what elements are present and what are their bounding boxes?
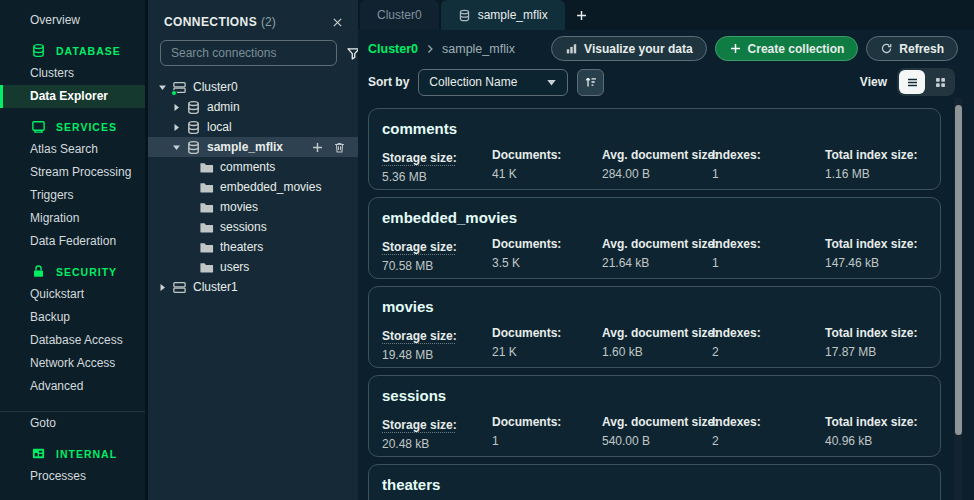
- sidebar-item-atlas-search[interactable]: Atlas Search: [0, 138, 145, 161]
- sidebar-item-triggers[interactable]: Triggers: [0, 184, 145, 207]
- refresh-icon: [880, 42, 893, 55]
- collection-name: comments: [382, 120, 927, 137]
- caret-down-icon[interactable]: [158, 83, 167, 92]
- stat-label: Avg. document size:: [602, 415, 712, 429]
- folder-icon: [199, 220, 214, 235]
- tree-item-cluster0[interactable]: Cluster0: [148, 77, 358, 97]
- stat-total_index: Total index size:1.16 MB: [825, 148, 927, 184]
- sidebar-item-migration[interactable]: Migration: [0, 207, 145, 230]
- sort-select[interactable]: Collection Name: [418, 69, 568, 96]
- collections-toolbar: Sort by Collection Name View: [358, 63, 974, 99]
- tree-item-label: Cluster1: [193, 280, 238, 294]
- tree-item-theaters[interactable]: theaters: [148, 237, 358, 257]
- stat-label: Avg. document size:: [602, 148, 712, 162]
- stat-label: Avg. document size:: [602, 237, 712, 251]
- main-nav-sidebar: OverviewDATABASEClustersData ExplorerSER…: [0, 0, 145, 500]
- collection-card-sessions[interactable]: sessionsStorage size:20.48 kBDocuments:1…: [368, 375, 941, 457]
- breadcrumb-cluster-link[interactable]: Cluster0: [368, 42, 418, 56]
- close-icon[interactable]: [331, 16, 344, 29]
- plus-icon: [729, 42, 742, 55]
- stat-label: Documents:: [492, 237, 602, 251]
- create-collection-button[interactable]: Create collection: [715, 36, 859, 61]
- create-collection-icon[interactable]: [311, 141, 324, 154]
- caret-right-icon[interactable]: [172, 103, 181, 112]
- collection-card-movies[interactable]: moviesStorage size:19.48 MBDocuments:21 …: [368, 286, 941, 368]
- connected-status-dot: [171, 90, 177, 96]
- sidebar-section-security: SECURITY: [0, 260, 145, 283]
- tree-item-local[interactable]: local: [148, 117, 358, 137]
- tree-item-cluster1[interactable]: Cluster1: [148, 277, 358, 297]
- cluster-icon: [172, 280, 187, 295]
- visualize-data-button[interactable]: Visualize your data: [551, 36, 707, 61]
- stat-label: Documents:: [492, 415, 602, 429]
- sidebar-item-goto[interactable]: Goto: [0, 412, 145, 435]
- stat-value: 1.60 kB: [602, 345, 712, 359]
- stat-value: 17.87 MB: [825, 345, 927, 359]
- stat-label: Documents:: [492, 148, 602, 162]
- sidebar-item-database-access[interactable]: Database Access: [0, 329, 145, 352]
- tree-item-embedded-movies[interactable]: embedded_movies: [148, 177, 358, 197]
- tree-item-sample-mflix[interactable]: sample_mflix: [148, 137, 358, 157]
- database-icon: [186, 120, 201, 135]
- tab-cluster0[interactable]: Cluster0: [360, 0, 439, 30]
- tree-item-comments[interactable]: comments: [148, 157, 358, 177]
- tab-label: sample_mflix: [478, 8, 548, 22]
- stat-value: 1: [712, 256, 825, 270]
- sidebar-item-data-explorer[interactable]: Data Explorer: [0, 85, 145, 108]
- tab-label: Cluster0: [377, 8, 422, 22]
- connections-search-row: [160, 40, 346, 66]
- tree-item-label: embedded_movies: [220, 180, 321, 194]
- sidebar-item-clusters[interactable]: Clusters: [0, 62, 145, 85]
- caret-down-icon[interactable]: [172, 143, 181, 152]
- sidebar-item-processes[interactable]: Processes: [0, 465, 145, 488]
- sidebar-section-database: DATABASE: [0, 39, 145, 62]
- drop-database-icon[interactable]: [333, 141, 346, 154]
- stat-indexes: Indexes:1: [712, 148, 825, 184]
- collection-card-theaters[interactable]: theaters: [368, 464, 941, 500]
- sidebar-item-backup[interactable]: Backup: [0, 306, 145, 329]
- mongodb-atlas-app: OverviewDATABASEClustersData ExplorerSER…: [0, 0, 974, 500]
- collection-stats: Storage size:20.48 kBDocuments:1Avg. doc…: [382, 415, 927, 451]
- collection-name: sessions: [382, 387, 927, 404]
- search-connections-input[interactable]: [160, 40, 337, 66]
- caret-right-icon[interactable]: [172, 123, 181, 132]
- workspace-tab-bar: Cluster0sample_mflix: [358, 0, 974, 30]
- new-tab-button[interactable]: [567, 0, 597, 30]
- stat-value: 40.96 kB: [825, 434, 927, 448]
- folder-icon: [199, 160, 214, 175]
- tree-item-sessions[interactable]: sessions: [148, 217, 358, 237]
- sort-direction-button[interactable]: [577, 69, 604, 96]
- scrollbar-thumb[interactable]: [955, 105, 962, 435]
- sidebar-item-stream-processing[interactable]: Stream Processing: [0, 161, 145, 184]
- sidebar-item-quickstart[interactable]: Quickstart: [0, 283, 145, 306]
- collection-card-comments[interactable]: commentsStorage size:5.36 MBDocuments:41…: [368, 108, 941, 190]
- database-icon: [186, 140, 201, 155]
- connections-header: CONNECTIONS (2): [148, 0, 358, 29]
- stat-label: Storage size:: [382, 418, 457, 432]
- tree-item-movies[interactable]: movies: [148, 197, 358, 217]
- filter-icon[interactable]: [346, 46, 358, 61]
- sidebar-section-label: DATABASE: [56, 45, 121, 57]
- stat-indexes: Indexes:2: [712, 415, 825, 451]
- sidebar-item-advanced[interactable]: Advanced: [0, 375, 145, 398]
- tree-item-admin[interactable]: admin: [148, 97, 358, 117]
- caret-right-icon[interactable]: [158, 283, 167, 292]
- tree-item-label: Cluster0: [193, 80, 238, 94]
- stat-value: 147.46 kB: [825, 256, 927, 270]
- grid-view-button[interactable]: [927, 70, 953, 94]
- stat-indexes: Indexes:1: [712, 237, 825, 273]
- tree-item-users[interactable]: users: [148, 257, 358, 277]
- folder-icon: [199, 240, 214, 255]
- refresh-button[interactable]: Refresh: [866, 36, 958, 61]
- sidebar-item-overview[interactable]: Overview: [0, 9, 145, 32]
- stat-label: Indexes:: [712, 237, 825, 251]
- tree-item-label: movies: [220, 200, 258, 214]
- collection-card-embedded-movies[interactable]: embedded_moviesStorage size:70.58 MBDocu…: [368, 197, 941, 279]
- sidebar-item-data-federation[interactable]: Data Federation: [0, 230, 145, 253]
- sidebar-item-network-access[interactable]: Network Access: [0, 352, 145, 375]
- stat-value: 2: [712, 345, 825, 359]
- list-view-button[interactable]: [899, 70, 925, 94]
- tab-sample-mflix[interactable]: sample_mflix: [441, 0, 565, 30]
- list-view-icon: [906, 76, 919, 89]
- cluster-icon: [172, 80, 187, 95]
